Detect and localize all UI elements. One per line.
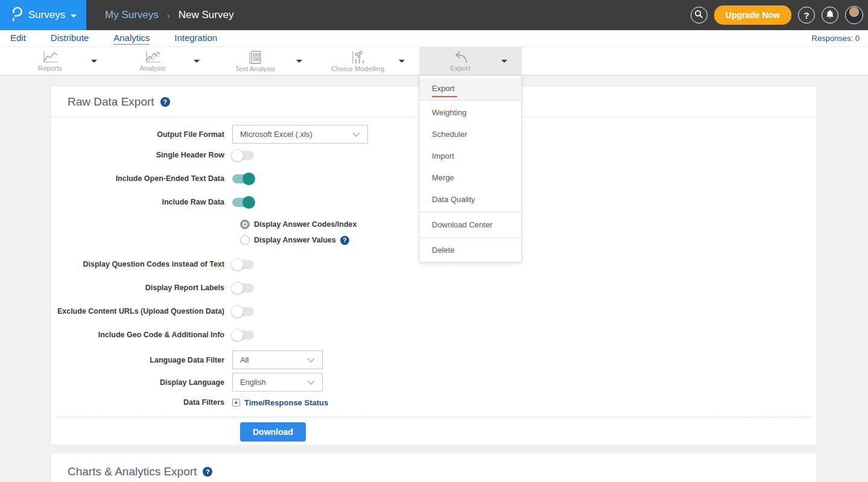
text-analysis-button[interactable]: Text Analysis (214, 47, 296, 75)
menu-item-merge[interactable]: Merge (420, 168, 521, 188)
brand-logo-icon (10, 6, 23, 24)
form-row: Include Geo Code & Additional Info (51, 329, 816, 341)
card-title: Charts & Analytics Export (68, 465, 197, 478)
field-label: Include Open-Ended Text Data (51, 174, 232, 183)
form-row: Data Filters + Time/Response Status (51, 396, 816, 408)
analysis-chart-icon (145, 51, 161, 63)
plus-icon: + (232, 399, 240, 407)
card-header: Charts & Analytics Export ? (51, 454, 816, 482)
field-label: Data Filters (51, 398, 232, 407)
chevron-down-icon (352, 132, 360, 137)
analysis-button[interactable]: Analysis (112, 47, 194, 75)
question-codes-toggle[interactable] (232, 260, 254, 269)
menu-item-delete[interactable]: Delete (420, 240, 521, 260)
choice-modelling-dropdown-caret[interactable] (399, 60, 405, 63)
field-label: Language Data Filter (51, 356, 232, 364)
charts-analytics-export-card: Charts & Analytics Export ? (51, 454, 816, 482)
export-dropdown-menu: Export Weighting Scheduler Import Merge … (419, 75, 522, 262)
chevron-down-icon (71, 14, 77, 17)
menu-item-data-quality[interactable]: Data Quality (420, 189, 521, 209)
chevron-down-icon (307, 358, 315, 363)
responses-count: Responses: 0 (812, 34, 860, 43)
form-row: Language Data Filter All (51, 350, 816, 369)
user-avatar[interactable] (845, 6, 863, 24)
toolbar-group-text-analysis: Text Analysis (214, 47, 317, 75)
exclude-content-urls-toggle[interactable] (232, 307, 254, 316)
app-switcher[interactable]: Surveys (0, 0, 86, 30)
download-button[interactable]: Download (240, 422, 306, 442)
menu-item-download-center[interactable]: Download Center (420, 215, 521, 235)
menu-item-scheduler[interactable]: Scheduler (420, 124, 521, 144)
menu-divider (420, 212, 521, 212)
radio-option-answer-values[interactable]: Display Answer Values ? (240, 234, 816, 246)
help-icon[interactable]: ? (340, 236, 349, 245)
single-header-row-toggle[interactable] (232, 151, 254, 160)
language-data-filter-select[interactable]: All (232, 350, 323, 369)
tab-integration[interactable]: Integration (174, 33, 217, 44)
export-arrow-icon (452, 51, 468, 63)
time-response-status-link[interactable]: + Time/Response Status (232, 398, 328, 407)
card-title: Raw Data Export (68, 95, 154, 109)
answer-display-radio-group: Display Answer Codes/Index Display Answe… (240, 218, 816, 246)
field-label: Display Language (51, 378, 232, 387)
toolbar-group-analysis: Analysis (112, 47, 214, 75)
help-icon[interactable]: ? (160, 97, 170, 107)
breadcrumb: My Surveys › New Survey (105, 9, 233, 21)
menu-item-export[interactable]: Export (420, 78, 521, 101)
search-icon (694, 10, 703, 21)
brand-name: Surveys (28, 9, 65, 21)
report-labels-toggle[interactable] (232, 284, 254, 293)
toolbar-label: Reports (38, 65, 62, 72)
menu-item-import[interactable]: Import (420, 146, 521, 166)
help-icon[interactable]: ? (203, 467, 212, 477)
chevron-down-icon (307, 380, 315, 385)
toolbar-label: Choice Modelling (331, 65, 384, 72)
survey-nav: Edit Distribute Analytics Integration Re… (0, 30, 868, 47)
breadcrumb-separator: › (167, 10, 170, 21)
text-analysis-document-icon (249, 51, 261, 64)
field-label: Output File Format (51, 130, 232, 139)
field-label: Exclude Content URLs (Upload Question Da… (51, 307, 232, 316)
search-button[interactable] (691, 7, 708, 24)
breadcrumb-my-surveys[interactable]: My Surveys (105, 9, 159, 21)
topbar-actions: Upgrade Now ? (691, 0, 863, 30)
download-row: Download (240, 422, 816, 442)
form-row: Display Language English (51, 373, 816, 392)
tab-edit[interactable]: Edit (10, 33, 26, 44)
output-file-format-select[interactable]: Microsoft Excel (.xls) (232, 125, 368, 144)
toolbar-group-reports: Reports (9, 47, 112, 75)
radio-unselected-icon (240, 235, 250, 245)
reports-dropdown-caret[interactable] (91, 60, 97, 63)
include-raw-data-toggle[interactable] (232, 198, 254, 207)
text-analysis-dropdown-caret[interactable] (296, 60, 302, 63)
radio-option-codes-index[interactable]: Display Answer Codes/Index (240, 218, 816, 230)
analysis-dropdown-caret[interactable] (194, 60, 200, 63)
tab-distribute[interactable]: Distribute (51, 33, 89, 44)
choice-modelling-button[interactable]: Choice Modelling (317, 47, 399, 75)
toolbar-group-export: Export (419, 47, 522, 75)
toolbar-label: Analysis (140, 65, 166, 72)
upgrade-now-button[interactable]: Upgrade Now (714, 5, 791, 25)
include-open-ended-toggle[interactable] (232, 174, 254, 183)
form-row: Exclude Content URLs (Upload Question Da… (51, 305, 816, 317)
menu-divider (420, 237, 521, 238)
toolbar-label: Export (450, 65, 470, 72)
field-label: Single Header Row (51, 151, 232, 159)
export-button[interactable]: Export (419, 47, 501, 75)
field-label: Display Question Codes instead of Text (51, 260, 232, 268)
menu-item-weighting[interactable]: Weighting (420, 103, 521, 122)
top-bar: Surveys My Surveys › New Survey Upgrade … (0, 0, 868, 30)
toolbar-label: Text Analysis (235, 65, 275, 72)
reports-button[interactable]: Reports (9, 47, 91, 75)
field-label: Include Geo Code & Additional Info (51, 331, 232, 339)
export-dropdown-caret[interactable] (501, 60, 507, 63)
geo-code-toggle[interactable] (232, 331, 254, 340)
notifications-button[interactable] (822, 7, 838, 24)
display-language-select[interactable]: English (232, 373, 323, 392)
field-label: Include Raw Data (51, 198, 232, 206)
analytics-toolbar: Reports Analysis (0, 47, 868, 75)
toolbar-group-choice-modelling: Choice Modelling (317, 47, 419, 75)
tab-analytics[interactable]: Analytics (113, 33, 150, 45)
breadcrumb-current: New Survey (179, 9, 234, 21)
help-button[interactable]: ? (798, 7, 815, 24)
